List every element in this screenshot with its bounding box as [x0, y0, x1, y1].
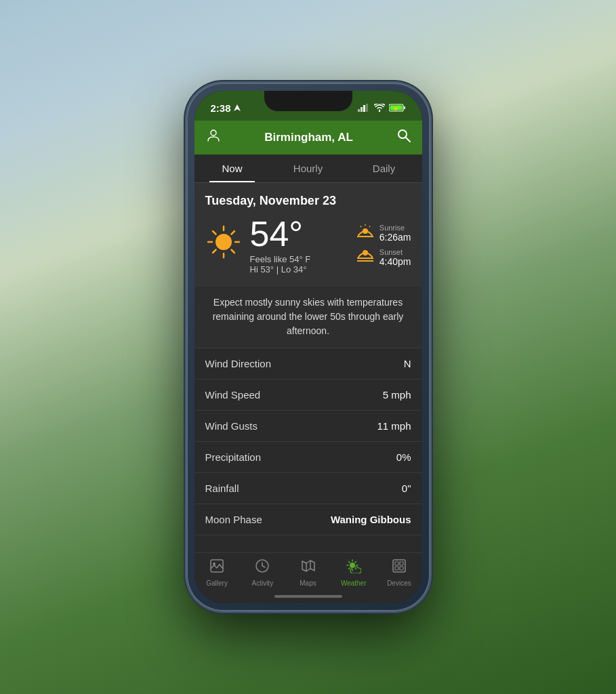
temperature-display: 54°	[250, 216, 311, 251]
signal-icon	[358, 104, 370, 112]
bottom-tab-activity[interactable]: Activity	[240, 558, 285, 587]
bottom-tab-gallery[interactable]: Gallery	[194, 558, 240, 587]
notch	[264, 91, 352, 111]
search-icon	[396, 128, 411, 143]
home-indicator	[194, 590, 422, 603]
main-content: Tuesday, November 23	[194, 183, 422, 552]
date-label: Tuesday, November 23	[205, 194, 411, 208]
devices-svg	[392, 558, 407, 573]
moon-phase-row: Moon Phase Waning Gibbous	[194, 504, 422, 535]
hi-lo-display: Hi 53° | Lo 34°	[250, 264, 311, 274]
precipitation-row: Precipitation 0%	[194, 442, 422, 473]
home-indicator-bar	[274, 595, 342, 598]
search-button[interactable]	[396, 128, 411, 147]
sunset-svg	[356, 249, 374, 262]
gallery-label: Gallery	[206, 579, 228, 587]
svg-rect-7	[404, 106, 405, 109]
tab-hourly-label: Hourly	[293, 163, 323, 174]
sun-times: Sunrise 6:26am	[356, 224, 411, 267]
sunrise-svg	[356, 224, 374, 238]
svg-line-19	[231, 249, 234, 253]
maps-label: Maps	[300, 579, 316, 587]
activity-label: Activity	[251, 579, 273, 587]
wind-direction-row: Wind Direction N	[194, 348, 422, 380]
devices-icon	[392, 558, 407, 577]
wind-speed-label: Wind Speed	[205, 389, 261, 401]
bottom-tab-devices[interactable]: Devices	[376, 558, 422, 587]
wind-speed-row: Wind Speed 5 mph	[194, 380, 422, 411]
svg-line-12	[405, 138, 410, 142]
rainfall-value: 0"	[402, 483, 411, 494]
sunset-value: 4:40pm	[379, 256, 411, 267]
svg-line-41	[355, 568, 356, 569]
svg-point-22	[363, 228, 368, 234]
mute-button[interactable]	[184, 178, 186, 198]
weather-svg	[346, 558, 361, 573]
battery-icon: ⚡	[389, 104, 406, 112]
svg-line-21	[213, 249, 216, 253]
rainfall-row: Rainfall 0"	[194, 473, 422, 504]
svg-point-5	[378, 110, 379, 112]
gallery-svg	[209, 558, 224, 573]
wind-gusts-row: Wind Gusts 11 mph	[194, 411, 422, 442]
sun-svg	[205, 224, 242, 260]
sunrise-label: Sunrise	[379, 224, 411, 232]
svg-line-18	[213, 231, 216, 234]
svg-point-35	[350, 563, 355, 568]
wind-gusts-value: 11 mph	[377, 420, 411, 432]
phone-frame: 2:38	[186, 83, 430, 611]
status-icons: ⚡	[358, 104, 406, 112]
moon-phase-value: Waning Gibbous	[331, 514, 411, 525]
svg-line-20	[231, 231, 234, 234]
devices-label: Devices	[387, 579, 411, 587]
profile-button[interactable]	[205, 127, 222, 148]
weather-label: Weather	[341, 579, 367, 587]
profile-icon	[205, 127, 222, 144]
weather-icon	[205, 224, 242, 268]
volume-down-button[interactable]	[184, 249, 186, 283]
wind-speed-value: 5 mph	[383, 389, 411, 401]
weather-card: Tuesday, November 23	[194, 183, 422, 285]
tab-bar: Now Hourly Daily	[194, 155, 422, 183]
sunset-row: Sunset 4:40pm	[356, 248, 411, 267]
sunset-info: Sunset 4:40pm	[379, 248, 411, 267]
svg-line-42	[355, 562, 356, 563]
svg-marker-0	[234, 104, 241, 111]
sunset-label: Sunset	[379, 248, 411, 256]
moon-phase-label: Moon Phase	[205, 514, 262, 525]
tab-now[interactable]: Now	[194, 155, 270, 182]
power-button[interactable]	[430, 191, 433, 232]
status-time: 2:38	[211, 102, 241, 114]
volume-up-button[interactable]	[184, 208, 186, 242]
tab-now-label: Now	[222, 163, 242, 174]
sunrise-value: 6:26am	[379, 232, 411, 243]
svg-rect-46	[400, 562, 403, 565]
svg-rect-2	[361, 107, 363, 112]
svg-rect-48	[400, 567, 403, 570]
status-bar: 2:38	[194, 91, 422, 121]
rainfall-label: Rainfall	[205, 483, 239, 494]
sunset-icon	[356, 249, 374, 266]
svg-rect-1	[358, 109, 360, 112]
temperature-block: 54° Feels like 54° F Hi 53° | Lo 34°	[250, 216, 311, 274]
sunrise-info: Sunrise 6:26am	[379, 224, 411, 243]
bottom-tab-bar: Gallery Activity	[194, 552, 422, 590]
app-header: Birmingham, AL	[194, 121, 422, 155]
location-label: Birmingham, AL	[222, 131, 396, 144]
maps-icon	[301, 558, 316, 577]
bottom-tab-weather[interactable]: Weather	[331, 558, 376, 587]
maps-svg	[301, 558, 316, 573]
tab-daily[interactable]: Daily	[346, 155, 422, 182]
sunrise-row: Sunrise 6:26am	[356, 224, 411, 243]
weather-tab-icon	[346, 558, 361, 577]
activity-svg	[255, 558, 270, 573]
svg-line-40	[348, 562, 350, 563]
svg-point-10	[211, 130, 216, 136]
tab-hourly[interactable]: Hourly	[270, 155, 346, 182]
wind-direction-label: Wind Direction	[205, 358, 272, 369]
precipitation-value: 0%	[396, 451, 411, 463]
weather-details: Wind Direction N Wind Speed 5 mph Wind G…	[194, 348, 422, 535]
sunrise-icon	[356, 224, 374, 242]
bottom-tab-maps[interactable]: Maps	[285, 558, 331, 587]
gallery-icon	[209, 558, 224, 577]
